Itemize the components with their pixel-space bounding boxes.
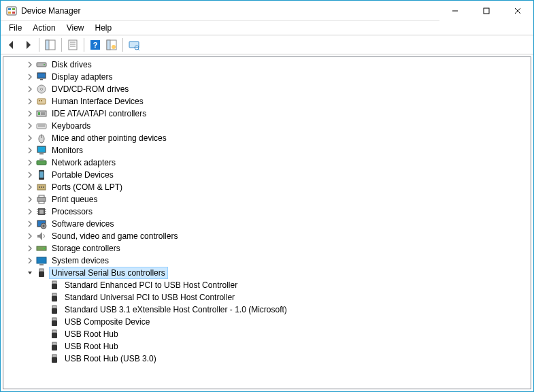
menu-help[interactable]: Help <box>90 22 118 34</box>
tree-node[interactable]: Ports (COM & LPT) <box>3 181 531 193</box>
chevron-right-icon[interactable] <box>24 108 35 119</box>
chevron-right-icon[interactable] <box>24 255 35 266</box>
tree-node[interactable]: DVD/CD-ROM drives <box>3 83 531 95</box>
toolbar-separator <box>122 38 123 52</box>
tree-node[interactable]: Print queues <box>3 193 531 206</box>
chevron-right-icon[interactable] <box>24 59 35 70</box>
tree-node-label: Standard Universal PCI to USB Host Contr… <box>62 291 237 304</box>
usb-icon <box>48 353 61 364</box>
tree-node[interactable]: Storage controllers <box>3 242 531 255</box>
chevron-right-icon[interactable] <box>24 120 35 131</box>
menubar: File Action View Help <box>1 21 533 35</box>
window-controls <box>439 1 533 20</box>
tree-node-label: Standard USB 3.1 eXtensible Host Control… <box>62 304 290 316</box>
chevron-right-icon[interactable] <box>24 206 35 217</box>
tree-node[interactable]: Portable Devices <box>3 169 531 181</box>
chevron-right-icon[interactable] <box>24 231 35 242</box>
tree-node[interactable]: USB Root Hub <box>3 340 531 353</box>
tree-node-label: USB Root Hub <box>62 328 121 340</box>
tree-node-label: USB Root Hub <box>62 340 121 353</box>
tree-node[interactable]: Sound, video and game controllers <box>3 230 531 242</box>
tree-node[interactable]: IDE ATA/ATAPI controllers <box>3 108 531 120</box>
usb-icon <box>48 329 61 340</box>
tree-node-label: IDE ATA/ATAPI controllers <box>49 108 149 120</box>
tree-node[interactable]: Mice and other pointing devices <box>3 132 531 144</box>
chevron-right-icon[interactable] <box>24 133 35 144</box>
tree-node-label: System devices <box>49 255 112 267</box>
toolbar-refresh-button[interactable] <box>103 37 120 53</box>
tree-node-label: Software devices <box>49 218 116 230</box>
tree-node-label: Portable Devices <box>49 169 116 181</box>
tree-node[interactable]: Processors <box>3 206 531 218</box>
chevron-right-icon[interactable] <box>24 243 35 254</box>
content-area: Disk drivesDisplay adaptersDVD/CD-ROM dr… <box>1 54 533 391</box>
tree-node-label: Ports (COM & LPT) <box>49 181 125 193</box>
toolbar-scan-button[interactable] <box>126 37 142 53</box>
toolbar-forward-button[interactable] <box>20 37 36 53</box>
tree-node[interactable]: Universal Serial Bus controllers <box>3 267 531 279</box>
tree-node-label: Display adapters <box>49 71 115 83</box>
tree-node[interactable]: Standard USB 3.1 eXtensible Host Control… <box>3 304 531 316</box>
tree-node[interactable]: Standard Universal PCI to USB Host Contr… <box>3 291 531 304</box>
tree-node-label: USB Composite Device <box>62 316 152 328</box>
tree-node[interactable]: System devices <box>3 255 531 267</box>
svg-rect-67 <box>484 8 489 14</box>
tree-node[interactable]: USB Root Hub (USB 3.0) <box>3 353 531 365</box>
usb-icon <box>35 267 48 278</box>
minimize-button[interactable] <box>439 1 471 21</box>
app-icon <box>6 5 17 16</box>
tree-node-label: Monitors <box>49 144 86 157</box>
chevron-right-icon[interactable] <box>24 218 35 229</box>
tree-node-label: Disk drives <box>49 59 95 71</box>
sound-icon <box>35 231 48 242</box>
tree-node[interactable]: Display adapters <box>3 71 531 83</box>
window-title: Device Manager <box>21 6 439 16</box>
toolbar-separator <box>61 38 62 52</box>
tree-node[interactable]: USB Root Hub <box>3 328 531 340</box>
disk-icon <box>35 59 48 70</box>
tree-node-label: Storage controllers <box>49 242 123 255</box>
monitor-icon <box>35 145 48 156</box>
chevron-right-icon[interactable] <box>24 96 35 107</box>
tree-node[interactable]: Standard Enhanced PCI to USB Host Contro… <box>3 279 531 291</box>
chevron-right-icon[interactable] <box>24 157 35 168</box>
maximize-button[interactable] <box>471 1 502 21</box>
chevron-right-icon[interactable] <box>24 169 35 180</box>
printer-icon <box>35 194 48 205</box>
menu-view[interactable]: View <box>61 22 90 34</box>
tree-node[interactable]: Network adapters <box>3 157 531 169</box>
storage-icon <box>35 243 48 254</box>
usb-icon <box>48 280 61 291</box>
tree-node[interactable]: Human Interface Devices <box>3 95 531 108</box>
tree-node-label: Human Interface Devices <box>49 95 146 108</box>
chevron-right-icon[interactable] <box>24 71 35 82</box>
chevron-right-icon[interactable] <box>24 145 35 156</box>
chevron-right-icon[interactable] <box>24 182 35 193</box>
ide-icon <box>35 108 48 119</box>
toolbar-properties-button[interactable] <box>65 37 81 53</box>
toolbar-help-button[interactable] <box>87 37 103 53</box>
mouse-icon <box>35 133 48 144</box>
tree-node-label: Mice and other pointing devices <box>49 132 169 144</box>
toolbar-show-hide-tree-button[interactable] <box>42 37 59 53</box>
tree-node[interactable]: Disk drives <box>3 59 531 71</box>
device-tree[interactable]: Disk drivesDisplay adaptersDVD/CD-ROM dr… <box>3 56 531 389</box>
chevron-down-icon[interactable] <box>24 267 35 278</box>
toolbar-back-button[interactable] <box>3 37 20 53</box>
tree-node[interactable]: Keyboards <box>3 120 531 132</box>
tree-node[interactable]: Monitors <box>3 144 531 157</box>
menu-action[interactable]: Action <box>27 22 61 34</box>
tree-node-label: DVD/CD-ROM drives <box>49 83 131 95</box>
titlebar: Device Manager <box>1 1 533 21</box>
tree-node-label: Network adapters <box>49 157 118 169</box>
chevron-right-icon[interactable] <box>24 84 35 95</box>
chevron-right-icon[interactable] <box>24 194 35 205</box>
menu-file[interactable]: File <box>3 22 27 34</box>
tree-node-label: Print queues <box>49 193 100 206</box>
portable-icon <box>35 169 48 180</box>
tree-node[interactable]: Software devices <box>3 218 531 230</box>
tree-node[interactable]: USB Composite Device <box>3 316 531 328</box>
software-icon <box>35 218 48 229</box>
close-button[interactable] <box>502 1 533 21</box>
tree-node-label: Universal Serial Bus controllers <box>49 267 168 279</box>
